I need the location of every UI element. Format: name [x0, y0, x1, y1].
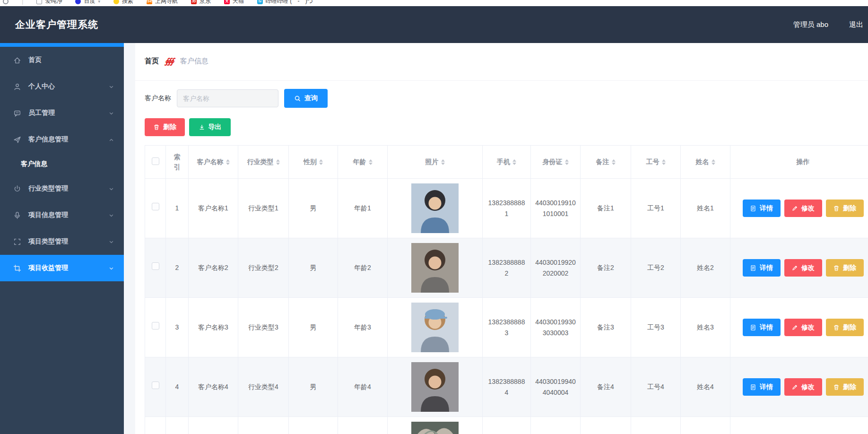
column-header-phone[interactable]: 手机: [483, 146, 531, 179]
logout-link[interactable]: 退出: [849, 20, 863, 29]
column-header-jobno[interactable]: 工号: [631, 146, 681, 179]
customer-name-input[interactable]: [177, 89, 278, 107]
sidebar-subitem-customer-info[interactable]: 客户信息: [0, 153, 124, 175]
up-icon: [108, 137, 114, 143]
trash-icon: [833, 205, 840, 212]
cell-actions: 详情修改删除: [730, 298, 868, 357]
column-header-idcard[interactable]: 身份证: [531, 146, 581, 179]
folder-icon: [36, 0, 42, 4]
sidebar-item-label: 行业类型管理: [28, 184, 68, 193]
table-header-row: 索引客户名称行业类型性别年龄照片手机身份证备注工号姓名操作: [145, 146, 868, 179]
power-icon: [13, 185, 21, 193]
column-header-checkbox[interactable]: [145, 146, 166, 179]
sidebar-item-4[interactable]: 行业类型管理: [0, 175, 124, 202]
sort-icon[interactable]: [319, 159, 323, 165]
row-delete-button[interactable]: 删除: [826, 378, 864, 396]
edit-button[interactable]: 修改: [784, 259, 822, 277]
trash-icon: [833, 265, 840, 271]
sort-icon[interactable]: [612, 159, 616, 165]
breadcrumb-current: 客户信息: [180, 57, 208, 66]
crop-icon: [13, 264, 21, 272]
bookmark-item-6[interactable]: tv哔哩哔哩 (゜-゜)つ: [257, 0, 313, 5]
bulk-delete-button[interactable]: 删除: [145, 118, 185, 136]
cell-jobno: [631, 417, 681, 434]
sort-icon[interactable]: [712, 159, 715, 165]
edit-icon: [791, 324, 798, 331]
sidebar-item-5[interactable]: 项目信息管理: [0, 202, 124, 228]
trash-icon: [153, 124, 160, 130]
sort-icon[interactable]: [662, 159, 666, 165]
sort-icon[interactable]: [226, 159, 230, 165]
row-checkbox[interactable]: [152, 382, 159, 389]
row-delete-button[interactable]: 删除: [826, 259, 864, 277]
cell-index: 1: [166, 179, 189, 238]
cell-checkbox: [145, 417, 166, 434]
row-delete-button[interactable]: 删除: [826, 200, 864, 217]
portrait-woman-cap-braid: [411, 303, 459, 352]
sort-icon[interactable]: [276, 159, 280, 165]
detail-button[interactable]: 详情: [743, 319, 781, 336]
row-checkbox[interactable]: [152, 262, 159, 270]
column-header-note[interactable]: 备注: [581, 146, 631, 179]
table-row-2: 2客户名称2行业类型2男年龄21382388888244030019920202…: [145, 238, 868, 298]
column-label: 手机: [497, 157, 510, 167]
edit-button[interactable]: 修改: [784, 200, 822, 217]
row-checkbox[interactable]: [152, 203, 159, 210]
bookmark-item-0[interactable]: 爱纯净: [36, 0, 62, 5]
cell-age: [338, 417, 388, 434]
sort-icon[interactable]: [512, 159, 516, 165]
select-all-checkbox[interactable]: [152, 157, 159, 165]
detail-button[interactable]: 详情: [743, 259, 781, 277]
column-header-name[interactable]: 客户名称: [189, 146, 238, 179]
detail-button[interactable]: 详情: [743, 378, 781, 396]
page-title: 企业客户管理系统: [0, 18, 98, 31]
query-button[interactable]: 查询: [284, 89, 328, 108]
detail-button[interactable]: 详情: [743, 200, 781, 217]
browser-menu-icon[interactable]: [3, 0, 9, 4]
column-header-realname[interactable]: 姓名: [681, 146, 730, 179]
edit-button[interactable]: 修改: [784, 378, 822, 396]
edit-button[interactable]: 修改: [784, 319, 822, 336]
row-checkbox[interactable]: [152, 322, 159, 330]
column-header-gender[interactable]: 性别: [289, 146, 338, 179]
sidebar-item-0[interactable]: 首页: [0, 47, 124, 73]
row-delete-button-label: 删除: [843, 204, 856, 213]
sort-icon[interactable]: [441, 159, 445, 165]
portrait-woman-gray-sweater: [411, 362, 459, 412]
sidebar-item-1[interactable]: 个人中心: [0, 73, 124, 100]
bookmark-item-5[interactable]: 天天猫: [224, 0, 244, 5]
breadcrumb: 首页 ∮∮∮ 客户信息: [145, 56, 208, 66]
row-delete-button[interactable]: 删除: [826, 319, 864, 336]
main-content: 首页 ∮∮∮ 客户信息 客户名称 查询 删除 导出: [124, 43, 868, 434]
cell-photo: [388, 238, 483, 298]
column-header-age[interactable]: 年龄: [338, 146, 388, 179]
down-icon: [108, 110, 114, 116]
edit-button-label: 修改: [801, 264, 815, 272]
browser-bookmarks-bar: | 爱纯净百度▾搜索2345上网导航JD京东天天猫tv哔哩哔哩 (゜-゜)つ: [0, 0, 868, 6]
cell-note: 备注3: [581, 298, 631, 357]
column-label: 索引: [174, 152, 181, 172]
bookmark-item-2[interactable]: 搜索: [113, 0, 133, 5]
column-header-photo[interactable]: 照片: [388, 146, 483, 179]
sidebar-item-label: 项目信息管理: [28, 211, 68, 219]
cell-phone: [483, 417, 531, 434]
bookmark-item-4[interactable]: JD京东: [191, 0, 211, 5]
cell-note: 备注4: [581, 357, 631, 417]
down-icon: [108, 186, 114, 192]
column-header-industry[interactable]: 行业类型: [238, 146, 289, 179]
sort-icon[interactable]: [369, 159, 373, 165]
sort-icon[interactable]: [565, 159, 569, 165]
cell-jobno: 工号4: [631, 357, 681, 417]
table-row-4: 4客户名称4行业类型4男年龄41382388888444030019940404…: [145, 357, 868, 417]
bookmark-item-3[interactable]: 2345上网导航: [147, 0, 178, 5]
bookmark-item-1[interactable]: 百度▾: [75, 0, 100, 5]
sidebar-item-2[interactable]: 员工管理: [0, 100, 124, 126]
jd-icon: JD: [191, 0, 197, 4]
sidebar-item-6[interactable]: 项目类型管理: [0, 228, 124, 255]
export-button[interactable]: 导出: [189, 118, 231, 136]
cell-industry: 行业类型2: [238, 238, 289, 298]
bookmark-label: 京东: [200, 0, 211, 5]
sidebar-item-7[interactable]: 项目收益管理: [0, 255, 124, 281]
sidebar-item-3[interactable]: 客户信息管理: [0, 126, 124, 153]
breadcrumb-home[interactable]: 首页: [145, 57, 159, 66]
